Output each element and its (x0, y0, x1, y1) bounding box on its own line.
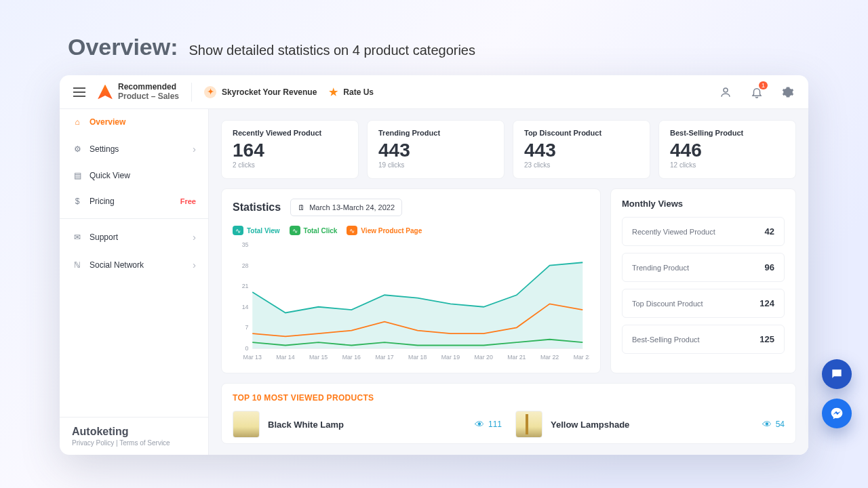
legend-view-product-page[interactable]: ∿View Product Page (347, 226, 422, 235)
mv-recently-viewed[interactable]: Recently Viewed Product42 (622, 217, 785, 246)
svg-text:Mar 16: Mar 16 (342, 354, 361, 361)
logo-text: Recommended Product – Sales (118, 83, 179, 100)
sidebar: ⌂ Overview ⚙ Settings › ▤ Quick View $ P… (60, 109, 209, 455)
legend-total-view[interactable]: ∿Total View (233, 226, 280, 235)
svg-text:35: 35 (242, 241, 249, 248)
sidebar-item-overview[interactable]: ⌂ Overview (60, 109, 208, 135)
footer-brand: Autoketing (72, 426, 196, 438)
svg-point-0 (724, 88, 728, 92)
gear-icon[interactable] (781, 85, 795, 99)
eye-icon: 👁 (762, 419, 772, 430)
svg-text:Mar 21: Mar 21 (507, 354, 526, 361)
svg-text:7: 7 (245, 324, 249, 331)
svg-text:Mar 14: Mar 14 (276, 354, 294, 361)
sidebar-item-quick-view[interactable]: ▤ Quick View (60, 163, 208, 188)
sidebar-item-pricing[interactable]: $ Pricing Free (60, 188, 208, 214)
menu-icon[interactable] (73, 87, 85, 97)
svg-text:Mar 17: Mar 17 (375, 354, 393, 361)
footer-links[interactable]: Privacy Policy | Terms of Service (72, 439, 196, 447)
logo-mark-icon (98, 85, 113, 100)
top10-title: TOP 10 MOST VIEWED PRODUCTS (233, 393, 785, 403)
monthly-views-panel: Monthly Views Recently Viewed Product42 … (610, 188, 796, 373)
kpi-top-discount[interactable]: Top Discount Product 443 23 clicks (513, 120, 650, 179)
product-item[interactable]: Black White Lamp 👁111 (233, 411, 502, 438)
bell-icon[interactable]: 1 (750, 85, 764, 99)
app-window: Recommended Product – Sales ✦ Skyrocket … (60, 75, 808, 455)
cog-icon: ⚙ (72, 144, 83, 154)
notif-badge: 1 (759, 81, 768, 89)
svg-text:Mar 18: Mar 18 (408, 354, 427, 361)
topbar: Recommended Product – Sales ✦ Skyrocket … (60, 75, 808, 109)
rss-icon: ℕ (72, 260, 83, 270)
chat-fab[interactable] (822, 359, 852, 389)
mv-top-discount[interactable]: Top Discount Product124 (622, 289, 785, 318)
rocket-icon: ✦ (204, 86, 216, 98)
product-thumb (233, 411, 260, 438)
product-thumb (515, 411, 542, 438)
messenger-fab[interactable] (822, 399, 852, 428)
svg-text:Mar 20: Mar 20 (475, 354, 493, 361)
svg-text:Mar 15: Mar 15 (309, 354, 328, 361)
svg-text:Mar 22: Mar 22 (540, 354, 559, 361)
kpi-recently-viewed[interactable]: Recently Viewed Product 164 2 clicks (221, 120, 359, 179)
tag-icon: $ (72, 197, 83, 206)
svg-text:14: 14 (242, 304, 249, 310)
chevron-right-icon: › (193, 143, 196, 155)
sidebar-item-settings[interactable]: ⚙ Settings › (60, 135, 208, 163)
promo-skyrocket[interactable]: ✦ Skyrocket Your Revenue (204, 86, 317, 98)
chat-icon: ✉ (72, 232, 83, 242)
svg-text:Mar 19: Mar 19 (441, 354, 460, 361)
svg-text:0: 0 (245, 345, 249, 352)
stats-chart: 0714212835Mar 13Mar 14Mar 15Mar 16Mar 17… (233, 241, 589, 363)
promo-rate-us[interactable]: ★ Rate Us (329, 86, 374, 98)
hero-subtitle: Show detailed statistics on 4 product ca… (189, 43, 475, 58)
sidebar-item-social[interactable]: ℕ Social Network › (60, 251, 208, 279)
star-icon: ★ (329, 86, 338, 98)
chevron-right-icon: › (193, 231, 196, 243)
svg-text:28: 28 (242, 262, 249, 268)
date-range-picker[interactable]: 🗓 March 13-March 24, 2022 (290, 199, 402, 216)
kpi-best-selling[interactable]: Best-Selling Product 446 12 clicks (658, 120, 796, 179)
mv-trending[interactable]: Trending Product96 (622, 253, 785, 282)
mv-best-selling[interactable]: Best-Selling Product125 (622, 325, 785, 354)
kpi-trending[interactable]: Trending Product 443 19 clicks (367, 120, 505, 179)
calendar-icon: 🗓 (298, 203, 305, 211)
product-item[interactable]: Yellow Lampshade 👁54 (515, 411, 785, 438)
sidebar-item-support[interactable]: ✉ Support › (60, 223, 208, 251)
chevron-right-icon: › (193, 259, 196, 270)
svg-text:21: 21 (242, 283, 249, 289)
main-content: Recently Viewed Product 164 2 clicks Tre… (209, 109, 808, 455)
legend-total-click[interactable]: ∿Total Click (290, 226, 338, 235)
monthly-title: Monthly Views (622, 199, 785, 209)
account-icon[interactable] (719, 85, 732, 99)
stack-icon: ▤ (72, 171, 83, 180)
stats-title: Statistics (233, 201, 281, 214)
hero-title: Overview: (68, 34, 178, 60)
svg-text:Mar 13: Mar 13 (243, 354, 262, 361)
top10-panel: TOP 10 MOST VIEWED PRODUCTS Black White … (221, 383, 796, 444)
eye-icon: 👁 (475, 419, 484, 430)
statistics-panel: Statistics 🗓 March 13-March 24, 2022 ∿To… (221, 188, 601, 373)
home-icon: ⌂ (72, 117, 83, 127)
brand-logo[interactable]: Recommended Product – Sales (98, 83, 179, 100)
svg-text:Mar 23: Mar 23 (574, 354, 589, 361)
